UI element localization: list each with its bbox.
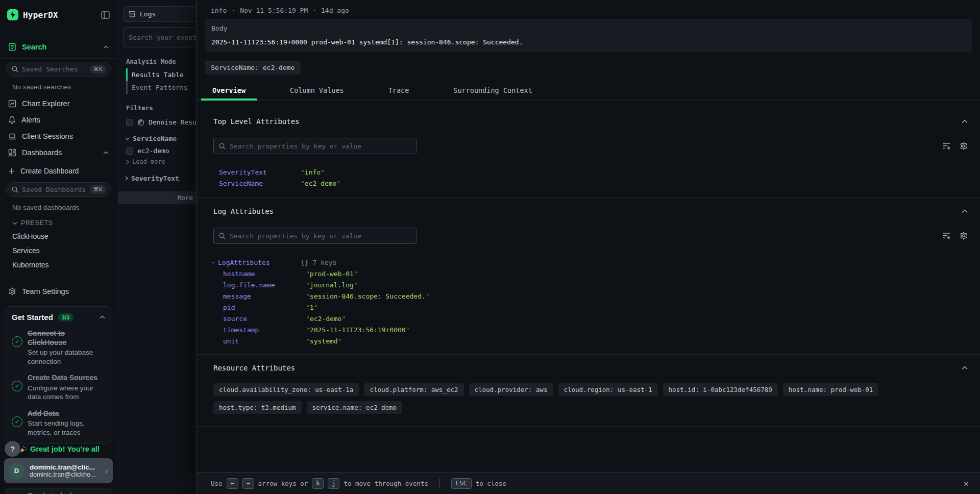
brand-name: HyperDX [23,10,58,20]
top-level-search-input[interactable] [230,142,411,150]
attribute-value[interactable]: info [301,168,325,176]
attribute-key[interactable]: message [223,292,306,300]
resource-chip[interactable]: cloud.region: us-east-1 [558,383,658,396]
preset-services[interactable]: Services [0,243,117,258]
resource-chip[interactable]: host.type: t3.medium [213,401,302,414]
bell-icon [8,116,16,124]
chevron-right-icon [126,160,129,164]
attribute-value[interactable]: 2025-11-11T23:56:19+0000 [306,326,410,334]
resource-chip[interactable]: cloud.availability_zone: us-east-1a [213,383,359,396]
attribute-row: message session-846.scope: Succeeded. [212,290,980,302]
chevron-up-icon[interactable] [962,366,968,370]
sidebar-item-label: Search [22,43,46,51]
saved-searches-input[interactable]: Saved Searches ⌘K [6,62,111,77]
tab-column-values[interactable]: Column Values [284,82,350,100]
tree-root-row[interactable]: ▾ LogAttributes {} 7 keys [212,257,980,268]
sidebar-item-chart-explorer[interactable]: Chart Explorer [0,95,117,112]
attribute-key[interactable]: SeverityText [219,168,301,176]
log-attributes-search-input[interactable] [230,232,411,240]
attribute-key[interactable]: unit [223,337,306,345]
attribute-value[interactable]: 1 [306,304,317,311]
sidebar-item-search[interactable]: Search [0,39,117,55]
top-level-search-box[interactable] [213,138,416,154]
attribute-key[interactable]: ServiceName [219,180,301,187]
attribute-value[interactable]: prod-web-01 [306,270,358,278]
tree-root-key[interactable]: LogAttributes [218,259,301,266]
resource-chip[interactable]: host.id: i-0abc123def456789 [663,383,778,396]
tab-surrounding-context[interactable]: Surrounding Context [447,82,538,100]
sidebar-item-client-sessions[interactable]: Client Sessions [0,128,117,144]
tab-trace[interactable]: Trace [382,82,415,100]
attribute-row: SeverityText info [219,166,980,178]
footer-text: to move through events [344,480,428,487]
task-add-data[interactable]: ✓ Add Data Start sending logs, metrics, … [12,409,105,437]
chevron-up-icon[interactable] [962,119,968,124]
search-icon [219,143,226,150]
saved-dashboards-input[interactable]: Saved Dashboards ⌘K [6,182,111,197]
attribute-value[interactable]: ec2-demo [301,180,340,187]
top-level-search-row [197,138,980,154]
event-timestamp: Nov 11 5:56:19 PM [240,7,308,14]
footer-text: arrow keys or [258,480,308,487]
wrap-lines-icon[interactable] [942,142,951,150]
help-button[interactable]: ? [5,441,20,457]
create-dashboard-button[interactable]: Create Dashboard [0,161,117,179]
sidebar-collapse-icon[interactable] [101,11,110,19]
settings-gear-icon[interactable] [960,142,968,150]
resource-chip[interactable]: cloud.provider: aws [469,383,553,396]
body-label: Body [211,24,965,32]
separator-dot: · [312,7,316,14]
task-connect-clickhouse[interactable]: ✓ Connect to ClickHouse Set up your data… [12,329,105,366]
deploy-teaser-card[interactable]: Ready to deploy on [5,488,112,494]
attribute-value[interactable]: ec2-demo [306,315,346,323]
filter-group-label: SeverityText [131,175,179,182]
separator-dot: · [231,7,235,14]
attribute-key[interactable]: source [223,315,306,323]
attribute-key[interactable]: log.file.name [223,281,306,289]
filter-group-label: ServiceName [133,135,177,142]
avatar: D [9,463,24,479]
service-name-tag[interactable]: ServiceName: ec2-demo [205,61,301,75]
attribute-value[interactable]: systemd [306,337,341,345]
attribute-key[interactable]: timestamp [223,326,306,334]
attribute-value[interactable]: session-846.scope: Succeeded. [306,292,430,300]
presets-toggle[interactable]: PRESETS [0,216,117,229]
section-title: Log Attributes [213,207,274,215]
attribute-value[interactable]: journal.log [306,281,358,289]
user-menu[interactable]: D dominic.tran@clic... dominic.tran@clic… [4,458,113,483]
k-key: k [312,478,324,489]
chevron-up-icon[interactable] [100,315,105,319]
resource-chip[interactable]: cloud.platform: aws_ec2 [364,383,463,396]
wrap-lines-icon[interactable] [942,232,951,240]
sidebar-item-team-settings[interactable]: Team Settings [0,283,117,300]
section-title: Top Level Attributes [213,117,300,126]
close-icon[interactable]: ✕ [964,478,969,488]
severity-text: info [211,7,227,14]
attribute-key[interactable]: pid [223,304,306,311]
chevron-up-icon[interactable] [962,209,968,213]
preset-clickhouse[interactable]: ClickHouse [0,229,117,243]
chevron-down-icon [125,137,130,140]
check-circle-icon: ✓ [12,336,22,347]
ec2-demo-checkbox[interactable] [126,147,133,155]
tab-overview[interactable]: Overview [206,82,252,100]
task-title: Add Data [28,409,105,418]
preset-kubernetes[interactable]: Kubernetes [0,258,117,272]
resource-chip[interactable]: host.name: prod-web-01 [783,383,879,396]
log-attributes-search-box[interactable] [213,228,416,244]
search-icon [12,186,18,193]
resource-chip[interactable]: service.name: ec2-demo [307,401,403,414]
plus-icon [8,168,15,175]
sidebar-item-dashboards[interactable]: Dashboards [0,144,117,161]
user-email: dominic.tran@clickho... [30,471,105,478]
task-create-data-sources[interactable]: ✓ Create Data Sources Configure where yo… [12,374,105,402]
j-key: j [328,478,339,489]
help-label: ? [10,444,15,453]
sidebar-item-alerts[interactable]: Alerts [0,112,117,128]
denoise-label: Denoise Resul [149,118,201,126]
attribute-key[interactable]: hostname [223,270,306,278]
settings-gear-icon[interactable] [960,232,968,240]
denoise-checkbox[interactable] [126,119,133,126]
detail-footer: Use ← → arrow keys or k j to move throug… [197,472,980,494]
task-desc: Set up your database connection [28,348,105,366]
